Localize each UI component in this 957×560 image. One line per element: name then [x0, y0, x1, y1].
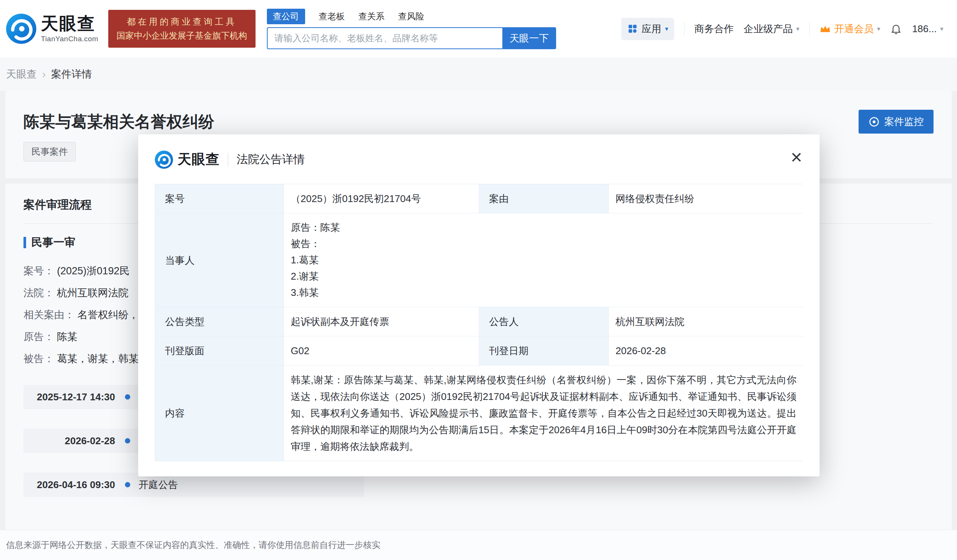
court-announcement-modal: 天眼查 法院公告详情 × 案号 （2025）浙0192民初21704号 案由 网… — [138, 134, 820, 476]
nav-enterprise-products[interactable]: 企业级产品 ▾ — [744, 22, 799, 36]
case-type-badge: 民事案件 — [24, 142, 76, 162]
close-icon[interactable]: × — [791, 147, 802, 167]
field-value: (2025)浙0192民 — [57, 265, 130, 277]
chevron-down-icon: ▾ — [877, 25, 881, 33]
nav-open-vip[interactable]: 开通会员 ▾ — [820, 22, 881, 36]
content-value: 韩某,谢某：原告陈某与葛某、韩某,谢某网络侵权责任纠纷（名誉权纠纷）一案，因你下… — [284, 366, 803, 461]
brand-name: 天眼查 — [41, 15, 98, 32]
case-no-value: （2025）浙0192民初21704号 — [284, 184, 479, 213]
case-monitor-button[interactable]: 案件监控 — [859, 110, 933, 134]
tianyancha-eye-logo-icon — [155, 151, 173, 169]
promo-line-1: 都在用的商业查询工具 — [117, 15, 247, 29]
announce-type-label: 公告类型 — [155, 307, 284, 336]
field-value: 杭州互联网法院 — [57, 287, 129, 298]
breadcrumb: 天眼查 › 案件详情 — [0, 57, 957, 91]
search-button[interactable]: 天眼一下 — [502, 27, 556, 49]
timeline-dot-icon — [125, 482, 130, 487]
pub-date-value: 2026-02-28 — [609, 336, 803, 366]
party-line: 3.韩某 — [291, 284, 340, 301]
timeline-date: 2025-12-17 14:30 — [24, 391, 115, 403]
modal-title: 法院公告详情 — [237, 152, 305, 167]
timeline-date: 2026-04-16 09:30 — [24, 479, 115, 491]
nav-business-cooperation[interactable]: 商务合作 — [694, 22, 734, 36]
case-no-label: 案号 — [155, 184, 284, 213]
announcer-label: 公告人 — [479, 307, 609, 336]
monitor-icon — [869, 116, 880, 128]
tab-search-risk[interactable]: 查风险 — [398, 9, 424, 24]
vip-label: 开通会员 — [834, 22, 874, 36]
pub-date-label: 刊登日期 — [479, 336, 609, 366]
cause-label: 案由 — [479, 184, 609, 213]
announcement-table: 案号 （2025）浙0192民初21704号 案由 网络侵权责任纠纷 当事人 原… — [155, 184, 803, 461]
field-label: 案号： — [24, 265, 54, 277]
party-line: 被告： — [291, 236, 340, 252]
top-header: 天眼查 TianYanCha.com 都在用的商业查询工具 国家中小企业发展子基… — [0, 0, 957, 57]
field-value: 陈某 — [57, 331, 77, 342]
modal-header: 天眼查 法院公告详情 × — [138, 134, 820, 169]
announce-type-value: 起诉状副本及开庭传票 — [284, 307, 479, 336]
crown-icon — [820, 24, 831, 33]
tianyancha-eye-logo-icon — [6, 14, 36, 44]
footer-disclaimer: 信息来源于网络公开数据，天眼查不保证内容的真实性、准确性，请你使用信息前自行进一… — [0, 530, 957, 560]
field-label: 相关案由： — [24, 309, 74, 320]
stage-label: 民事一审 — [32, 235, 75, 250]
announcer-value: 杭州互联网法院 — [609, 307, 803, 336]
business-label: 商务合作 — [694, 22, 734, 36]
modal-header-divider — [228, 153, 228, 167]
bell-icon — [890, 23, 902, 35]
search-input[interactable] — [267, 27, 502, 49]
edition-label: 刊登版面 — [155, 336, 284, 366]
party-line: 2.谢某 — [291, 268, 340, 284]
field-label: 法院： — [24, 287, 54, 298]
disclaimer-text: 信息来源于网络公开数据，天眼查不保证内容的真实性、准确性，请你使用信息前自行进一… — [6, 539, 381, 551]
party-label: 当事人 — [155, 213, 284, 307]
header-nav: 应用 ▾ 商务合作 企业级产品 ▾ 开通会员 ▾ — [621, 18, 943, 40]
enterprise-label: 企业级产品 — [744, 22, 793, 36]
nav-divider — [684, 22, 684, 36]
account-label: 186... — [912, 23, 936, 35]
apps-menu[interactable]: 应用 ▾ — [621, 18, 674, 40]
breadcrumb-current: 案件详情 — [51, 67, 92, 81]
breadcrumb-chevron-icon: › — [42, 68, 46, 80]
case-monitor-label: 案件监控 — [884, 115, 924, 128]
search-area: 查公司 查老板 查关系 查风险 天眼一下 — [267, 8, 556, 49]
edition-value: G02 — [284, 336, 479, 366]
breadcrumb-home-link[interactable]: 天眼查 — [6, 67, 37, 81]
chevron-down-icon: ▾ — [940, 25, 943, 33]
party-line: 1.葛某 — [291, 252, 340, 268]
timeline-dot-icon — [125, 394, 130, 399]
account-menu[interactable]: 186... ▾ — [912, 23, 943, 35]
stage-accent-bar — [24, 237, 26, 248]
field-label: 被告： — [24, 353, 54, 364]
content-label: 内容 — [155, 366, 284, 461]
modal-brand: 天眼查 — [178, 150, 220, 169]
timeline-date: 2026-02-28 — [24, 435, 115, 447]
cause-value: 网络侵权责任纠纷 — [609, 184, 803, 213]
timeline-label: 开庭公告 — [139, 478, 178, 492]
field-label: 原告： — [24, 331, 54, 342]
nav-divider — [809, 22, 810, 36]
content-text: 韩某,谢某：原告陈某与葛某、韩某,谢某网络侵权责任纠纷（名誉权纠纷）一案，因你下… — [291, 372, 796, 455]
site-logo[interactable]: 天眼查 TianYanCha.com — [6, 14, 98, 44]
page-title: 陈某与葛某相关名誉权纠纷 — [24, 111, 214, 133]
field-value: 葛某，谢某，韩某 — [57, 353, 139, 364]
brand-domain: TianYanCha.com — [41, 35, 98, 43]
chevron-down-icon: ▾ — [796, 25, 799, 33]
chevron-down-icon: ▾ — [665, 25, 668, 33]
apps-label: 应用 — [642, 22, 661, 36]
promo-banner: 都在用的商业查询工具 国家中小企业发展子基金旗下机构 — [108, 10, 256, 48]
tab-search-company[interactable]: 查公司 — [267, 9, 305, 24]
notifications-button[interactable] — [890, 23, 902, 35]
grid-apps-icon — [627, 24, 638, 34]
tab-search-relation[interactable]: 查关系 — [358, 9, 385, 24]
tab-search-boss[interactable]: 查老板 — [319, 9, 345, 24]
search-tabs: 查公司 查老板 查关系 查风险 — [267, 8, 556, 24]
party-value: 原告：陈某 被告： 1.葛某 2.谢某 3.韩某 — [284, 213, 803, 307]
party-line: 原告：陈某 — [291, 219, 340, 236]
timeline-dot-icon — [125, 438, 130, 443]
promo-line-2: 国家中小企业发展子基金旗下机构 — [117, 29, 247, 43]
